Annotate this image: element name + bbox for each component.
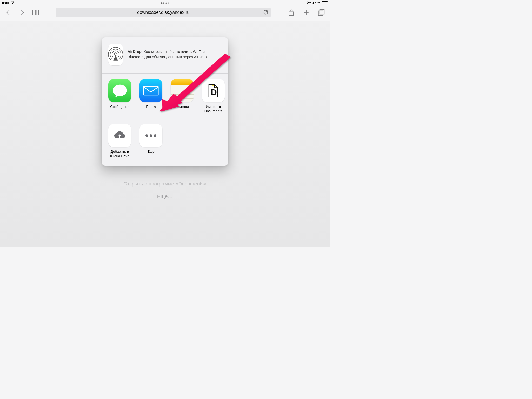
action-item-more[interactable]: Еще <box>139 124 163 158</box>
forward-button[interactable] <box>18 9 26 16</box>
action-item-label: Добавить в iCloud Drive <box>108 150 132 158</box>
wifi-icon <box>11 1 15 4</box>
more-link[interactable]: Еще… <box>123 191 207 202</box>
icloud-drive-icon <box>108 124 131 147</box>
share-item-messages[interactable]: Сообщение <box>108 79 132 114</box>
more-icon <box>139 124 162 147</box>
battery-icon <box>322 1 328 4</box>
orientation-lock-icon <box>307 1 311 4</box>
url-text: downloader.disk.yandex.ru <box>137 10 189 15</box>
page-content: Открыть в программе «Documents» Еще… Air… <box>0 21 330 247</box>
reload-button[interactable] <box>263 9 269 15</box>
svg-rect-3 <box>320 10 324 14</box>
share-item-notes[interactable]: Заметки <box>170 79 194 114</box>
notes-icon <box>171 79 194 102</box>
svg-rect-4 <box>318 11 323 16</box>
actions-row[interactable]: Добавить в iCloud Drive Еще <box>102 118 228 166</box>
share-item-label: Заметки <box>170 105 194 109</box>
open-in-label: Открыть в программе «Documents» <box>123 179 207 189</box>
clock: 13:38 <box>161 1 169 5</box>
airdrop-icon <box>108 44 123 65</box>
documents-icon: D <box>202 79 225 102</box>
svg-text:D: D <box>211 88 217 97</box>
share-item-label: Сообщение <box>108 105 132 109</box>
back-button[interactable] <box>5 9 12 16</box>
airdrop-text: AirDrop. Коснитесь, чтобы включить Wi-Fi… <box>128 49 222 59</box>
svg-point-5 <box>114 53 117 56</box>
share-item-mail[interactable]: Почта <box>139 79 163 114</box>
action-item-label: Еще <box>139 150 163 154</box>
tabs-button[interactable] <box>317 9 325 16</box>
battery-percent: 17 % <box>312 1 320 5</box>
airdrop-title: AirDrop <box>128 50 142 54</box>
airdrop-section[interactable]: AirDrop. Коснитесь, чтобы включить Wi-Fi… <box>102 37 228 74</box>
bookmarks-button[interactable] <box>32 9 39 16</box>
share-item-documents[interactable]: D Импорт с Documents <box>201 79 225 114</box>
status-bar: iPad 13:38 17 % <box>0 0 330 5</box>
share-item-label: Почта <box>139 105 163 109</box>
mail-icon <box>139 79 162 102</box>
browser-toolbar: downloader.disk.yandex.ru <box>0 5 330 20</box>
address-bar[interactable]: downloader.disk.yandex.ru <box>56 8 271 17</box>
new-tab-button[interactable] <box>302 9 310 16</box>
share-item-label: Импорт с Documents <box>201 105 225 114</box>
share-sheet: AirDrop. Коснитесь, чтобы включить Wi-Fi… <box>102 37 228 166</box>
popover-tip <box>162 165 168 166</box>
background-page-text: Открыть в программе «Documents» Еще… <box>123 179 207 202</box>
messages-icon <box>108 79 131 102</box>
device-label: iPad <box>2 1 9 5</box>
share-apps-row[interactable]: Сообщение Почта Заметки <box>102 74 228 118</box>
share-button[interactable] <box>287 9 295 16</box>
action-item-icloud[interactable]: Добавить в iCloud Drive <box>108 124 132 158</box>
